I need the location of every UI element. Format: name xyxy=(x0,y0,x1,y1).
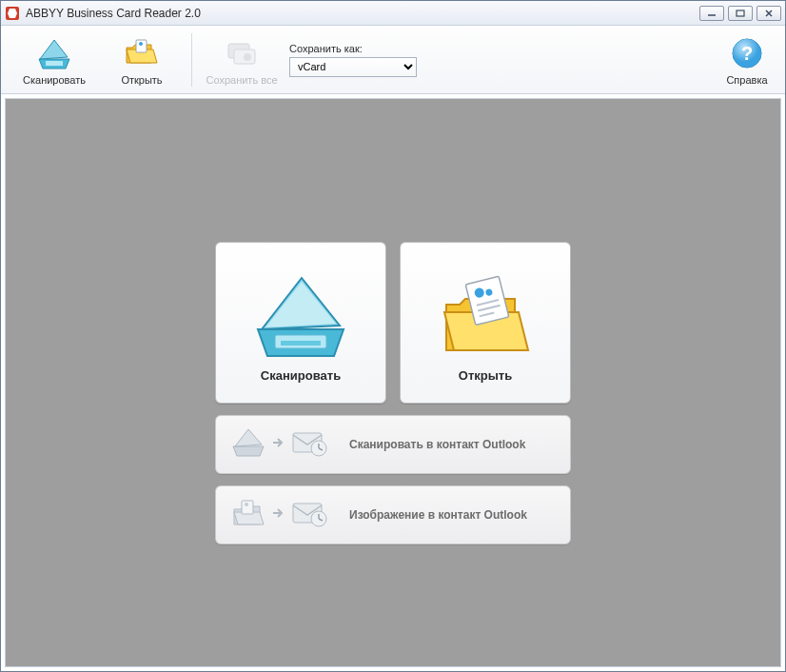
open-card-label: Открыть xyxy=(459,368,512,383)
scanner-large-icon xyxy=(248,264,353,368)
svg-point-7 xyxy=(139,42,143,46)
save-as-label: Сохранить как: xyxy=(289,43,417,54)
svg-rect-6 xyxy=(136,40,147,52)
open-label: Открыть xyxy=(121,74,162,86)
help-icon: ? xyxy=(731,34,763,72)
envelope-clock-icon xyxy=(290,496,330,534)
scan-card-label: Сканировать xyxy=(261,368,341,383)
toolbar-separator xyxy=(191,33,192,87)
arrow-right-icon xyxy=(271,505,286,524)
titlebar: ABBYY Business Card Reader 2.0 xyxy=(1,1,785,26)
scanner-icon xyxy=(35,34,73,72)
scan-to-outlook-button[interactable]: Сканировать в контакт Outlook xyxy=(215,415,571,474)
save-format-select[interactable]: vCard xyxy=(289,57,417,77)
window-title: ABBYY Business Card Reader 2.0 xyxy=(26,7,201,20)
save-all-button: Сохранить все xyxy=(198,32,285,88)
minimize-button[interactable] xyxy=(699,6,724,21)
maximize-button[interactable] xyxy=(728,6,753,21)
envelope-clock-icon xyxy=(290,425,330,464)
svg-point-10 xyxy=(244,53,251,61)
save-all-label: Сохранить все xyxy=(206,74,277,86)
toolbar: Сканировать Открыть xyxy=(1,26,785,94)
scan-card[interactable]: Сканировать xyxy=(215,242,386,404)
svg-rect-15 xyxy=(281,341,321,346)
folder-large-icon xyxy=(433,264,538,368)
svg-rect-26 xyxy=(242,501,253,514)
svg-text:?: ? xyxy=(741,43,753,64)
close-button[interactable] xyxy=(757,6,781,21)
app-window: ABBYY Business Card Reader 2.0 Сканирова… xyxy=(0,0,786,672)
help-label: Справка xyxy=(726,74,767,86)
svg-rect-2 xyxy=(737,10,744,16)
image-outlook-label: Изображение в контакт Outlook xyxy=(349,508,527,522)
scan-button[interactable]: Сканировать xyxy=(10,32,98,88)
svg-rect-5 xyxy=(46,61,63,66)
open-button[interactable]: Открыть xyxy=(98,32,186,88)
scan-outlook-label: Сканировать в контакт Outlook xyxy=(349,438,525,451)
save-as-section: Сохранить как: vCard xyxy=(289,43,417,77)
folder-open-icon xyxy=(123,34,161,72)
cards-stack-icon xyxy=(223,34,261,72)
image-to-outlook-button[interactable]: Изображение в контакт Outlook xyxy=(215,485,571,544)
open-card[interactable]: Открыть xyxy=(400,242,571,404)
folder-small-icon xyxy=(229,496,267,534)
scanner-small-icon xyxy=(229,425,267,464)
welcome-panel: Сканировать xyxy=(215,242,571,544)
content-area: Сканировать xyxy=(5,98,781,667)
help-button[interactable]: ? Справка xyxy=(718,32,776,88)
scan-label: Сканировать xyxy=(23,74,86,86)
svg-point-27 xyxy=(245,503,248,506)
app-icon xyxy=(5,6,20,21)
arrow-right-icon xyxy=(271,435,286,454)
